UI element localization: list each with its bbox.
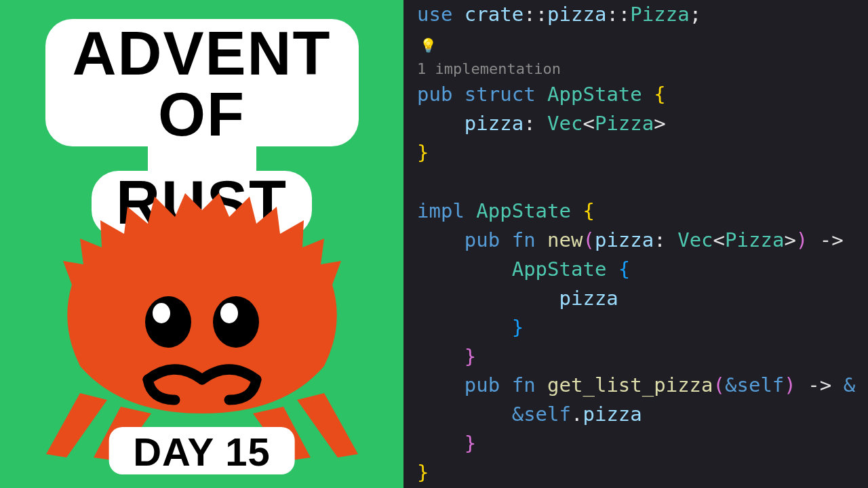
- code-line: pub struct AppState {: [417, 80, 868, 109]
- code-line: }: [417, 138, 868, 167]
- ferris-crab-icon: [39, 190, 365, 461]
- svg-point-0: [145, 296, 191, 348]
- code-line: }: [417, 429, 868, 458]
- svg-point-3: [220, 303, 238, 323]
- code-line: pizza: [417, 284, 868, 313]
- svg-point-2: [153, 303, 170, 323]
- code-line: }: [417, 313, 868, 342]
- code-line: pub fn new(pizza: Vec<Pizza>) ->: [417, 226, 868, 255]
- code-line: }: [417, 458, 868, 487]
- code-line: impl AppState {: [417, 197, 868, 226]
- code-line: pub fn get_list_pizza(&self) -> &: [417, 371, 868, 400]
- title-pill-top: ADVENT OF: [45, 19, 358, 146]
- code-line: use crate::pizza::Pizza;: [417, 0, 868, 29]
- blank-line: [417, 167, 868, 197]
- code-line: AppState {: [417, 255, 868, 284]
- code-editor-panel: use crate::pizza::Pizza; 💡 1 implementat…: [403, 0, 868, 488]
- title-line-1: ADVENT OF: [72, 20, 331, 148]
- codelens-implementations[interactable]: 1 implementation: [417, 58, 868, 81]
- day-label: DAY 15: [133, 430, 271, 474]
- day-pill: DAY 15: [108, 427, 295, 474]
- code-line: }: [417, 342, 868, 371]
- svg-point-1: [213, 296, 259, 348]
- lightbulb-hint-icon[interactable]: 💡: [417, 29, 868, 58]
- thumbnail-graphic-panel: ADVENT OF RUST DAY 15: [0, 0, 403, 488]
- code-line: pizza: Vec<Pizza>: [417, 109, 868, 138]
- code-line: &self.pizza: [417, 400, 868, 429]
